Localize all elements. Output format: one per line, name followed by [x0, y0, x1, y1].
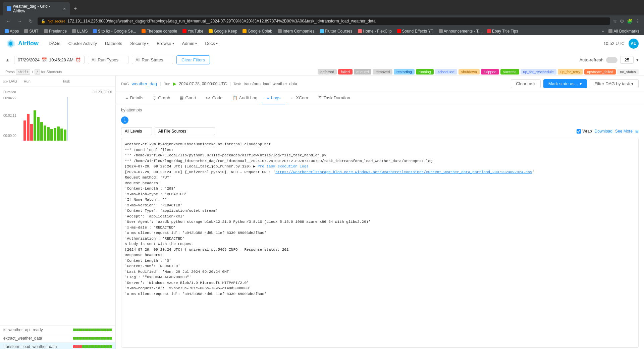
details-label: Details: [130, 95, 144, 100]
bookmark-soundeffects[interactable]: Sound Effects YT: [395, 28, 435, 34]
log-line: Request method: 'PUT': [125, 175, 635, 181]
bookmark-ebay[interactable]: Ebay Title Tips: [485, 28, 520, 34]
badge-removed[interactable]: removed: [373, 69, 392, 74]
bookmark-flexclip[interactable]: Home - FlexClip: [356, 28, 394, 34]
tab-logs[interactable]: ≡ Logs: [262, 92, 285, 104]
task-row-transform-load[interactable]: transform_load_weather_data: [0, 343, 115, 349]
nav-datasets[interactable]: Datasets: [102, 39, 125, 48]
bookmark-apps[interactable]: Apps: [3, 28, 21, 34]
dag-name-link[interactable]: weather_dag: [132, 81, 157, 86]
task-row-is-weather-api-ready[interactable]: is_weather_api_ready: [0, 326, 115, 334]
bookmark-freelance[interactable]: Freelance: [42, 28, 69, 34]
bookmark-intern[interactable]: Intern Companies: [276, 28, 317, 34]
badge-upstream-failed[interactable]: upstream_failed: [584, 69, 616, 74]
auto-refresh-toggle[interactable]: [606, 57, 618, 63]
collapse-panel-button[interactable]: «»: [3, 79, 8, 84]
badge-shutdown[interactable]: shutdown: [459, 69, 480, 74]
url-box[interactable]: 🔓 Not secure 172.191.114.225:8080/dags/w…: [38, 17, 610, 25]
edot-12: [106, 337, 109, 340]
bookmarks-more-button[interactable]: »: [602, 29, 604, 34]
log-content[interactable]: weather-etl-vm.h24djnn2scmu1hxos3omineck…: [121, 138, 639, 348]
right-panel: DAG weather_dag | Run ▶ 2024-07-28, 00:0…: [116, 76, 644, 349]
nav-security[interactable]: Security ▾: [127, 39, 152, 48]
badge-up-reschedule[interactable]: up_for_reschedule: [521, 69, 556, 74]
badge-success[interactable]: success: [500, 69, 519, 74]
bookmark-llms[interactable]: LLMS: [70, 28, 90, 34]
badge-restarting[interactable]: restarting: [394, 69, 415, 74]
nav-cluster[interactable]: Cluster Activity: [65, 39, 100, 48]
tab-task-duration[interactable]: ⏱ Task Duration: [313, 92, 355, 104]
tab-details[interactable]: ≡ Details: [121, 92, 148, 104]
task-dots-transform-load: [73, 345, 112, 348]
refresh-number-input[interactable]: [620, 56, 634, 64]
wrap-input[interactable]: [577, 129, 581, 134]
log-level-select[interactable]: All Levels: [121, 127, 152, 135]
nav-docs[interactable]: Docs ▾: [202, 39, 221, 48]
bookmark-all-bookmarks[interactable]: All Bookmarks: [606, 28, 641, 34]
bar-col-2: [27, 114, 30, 141]
xcom-icon: ↔: [290, 95, 294, 100]
mark-state-button[interactable]: Mark state as... ▾: [543, 79, 587, 88]
badge-scheduled[interactable]: scheduled: [435, 69, 457, 74]
date-filter[interactable]: 07/29/2024 📅 10:46:28 AM ⏰: [14, 56, 85, 64]
refresh-button[interactable]: ↻: [27, 18, 35, 24]
new-tab-button[interactable]: +: [71, 4, 79, 13]
nav-browse[interactable]: Browse ▾: [153, 39, 177, 48]
tab-graph[interactable]: ⬡ Graph: [148, 92, 175, 104]
badge-queued[interactable]: queued: [354, 69, 372, 74]
bookmark-firebase[interactable]: Firebase console: [140, 28, 179, 34]
chevron-down-icon[interactable]: ▾: [636, 57, 639, 62]
bar-success-10: [64, 130, 66, 141]
bookmark-keep[interactable]: Google Keep: [207, 28, 239, 34]
security-icon: 🔓: [41, 19, 46, 23]
log-line: weather-etl-vm.h24djnn2scmu1hxos3omineck…: [125, 142, 635, 147]
forward-button[interactable]: →: [15, 18, 24, 24]
back-button[interactable]: ←: [4, 18, 13, 24]
tab-code[interactable]: <> Code: [201, 92, 227, 104]
shortcuts-hint: Press shift + / for Shortcuts: [5, 70, 62, 74]
log-line: 'x-ms-client-request-id': 'c942b358-4d8b…: [125, 291, 635, 297]
badge-skipped[interactable]: skipped: [481, 69, 499, 74]
tab-gantt[interactable]: ▦ Gantt: [175, 92, 201, 104]
details-icon: ≡: [126, 95, 128, 100]
settings-icon[interactable]: ⚙: [620, 18, 624, 24]
menu-icon[interactable]: ⋮: [635, 18, 640, 24]
task-row-extract-weather-data[interactable]: extract_weather_data: [0, 334, 115, 343]
bookmark-flutter[interactable]: Flutter Courses: [318, 28, 355, 34]
see-more-button[interactable]: See More: [615, 129, 633, 134]
bookmark-youtube[interactable]: YouTube: [180, 28, 205, 34]
active-tab[interactable]: weather_dag - Grid - Airflow ✕: [3, 2, 70, 15]
run-types-select[interactable]: All Run Types: [88, 56, 128, 64]
nav-dags[interactable]: DAGs: [45, 39, 64, 48]
run-states-select[interactable]: All Run States: [132, 56, 173, 64]
bookmark-announcements[interactable]: Announcements - T...: [437, 28, 484, 34]
badge-failed[interactable]: failed: [338, 69, 352, 74]
dot-success-10: [100, 329, 103, 331]
admin-chevron: ▾: [195, 42, 197, 45]
bookmark-colab[interactable]: Google Colab: [240, 28, 274, 34]
badge-running[interactable]: running: [416, 69, 434, 74]
extensions-icon[interactable]: 🧩: [627, 18, 633, 24]
badge-deferred[interactable]: deferred: [318, 69, 337, 74]
tab-xcom[interactable]: ↔ XCom: [285, 92, 313, 104]
badge-no-status[interactable]: no_status: [617, 69, 639, 74]
clear-task-button[interactable]: Clear task: [511, 79, 541, 88]
log-source-select[interactable]: All File Sources: [155, 127, 215, 135]
wrap-checkbox[interactable]: Wrap: [577, 129, 592, 134]
nav-admin[interactable]: Admin ▾: [179, 39, 201, 48]
bookmark-google-se[interactable]: $ to lkr - Google Se...: [91, 28, 138, 34]
tab-close-button[interactable]: ✕: [63, 7, 66, 11]
clear-filters-button[interactable]: Clear Filters: [176, 55, 210, 64]
filter-collapse-icon[interactable]: ▲: [5, 57, 11, 63]
user-avatar[interactable]: AU: [629, 39, 639, 49]
download-button[interactable]: Download: [595, 129, 612, 134]
dot-success-8: [94, 329, 97, 331]
airflow-logo[interactable]: Airflow: [5, 38, 39, 49]
attempt-badge[interactable]: 1: [121, 116, 128, 124]
badge-up-retry[interactable]: up_for_retry: [558, 69, 583, 74]
tab-audit-log[interactable]: 📋 Audit Log: [227, 92, 262, 104]
bookmark-star-icon[interactable]: ☆: [613, 18, 617, 24]
filter-dag-button[interactable]: Filter DAG by task ▾: [590, 79, 639, 88]
bookmark-suit[interactable]: SUIT: [22, 28, 40, 34]
expand-icon[interactable]: ⊞: [635, 129, 639, 134]
